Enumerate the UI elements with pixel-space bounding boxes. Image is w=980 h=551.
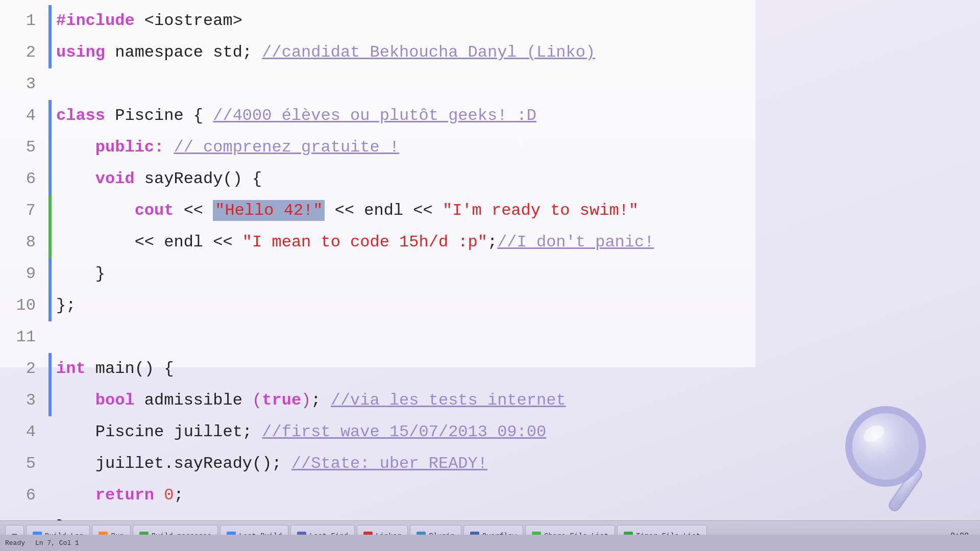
- line-number-6: 6: [0, 163, 46, 195]
- line-content-8: << endl << "I mean to code 15h/d :p";//I…: [46, 227, 755, 258]
- line-content-1: #include <iostream>: [46, 5, 755, 37]
- line-number-4: 4: [0, 100, 46, 132]
- code-line-7: 7 cout << "Hello 42!" << endl << "I'm re…: [0, 195, 755, 227]
- line-content-m3: bool admissible (true); //via les tests …: [46, 385, 755, 416]
- line-number-m4: 4: [0, 416, 46, 448]
- code-line-5: 5 public: // comprenez gratuite !: [0, 132, 755, 163]
- line-bar-2: [48, 37, 52, 68]
- line-number-5: 5: [0, 132, 46, 163]
- line-bar-7: [48, 195, 52, 227]
- code-line-m6: 6 return 0;: [0, 480, 755, 511]
- line-bar-m3: [48, 385, 52, 416]
- line-bar-1: [48, 5, 52, 37]
- line-bar-6: [48, 163, 52, 195]
- line-bar-9: [48, 258, 52, 290]
- line-bar-4: [48, 100, 52, 132]
- line-content-9: }: [46, 258, 755, 290]
- line-number-7: 7: [0, 195, 46, 227]
- line-content-10: };: [46, 290, 755, 321]
- code-line-6: 6 void sayReady() {: [0, 163, 755, 195]
- code-line-m3: 3 bool admissible (true); //via les test…: [0, 385, 755, 416]
- screen: 1 #include <iostream> 2 using namespace …: [0, 0, 980, 551]
- line-content-7: cout << "Hello 42!" << endl << "I'm read…: [46, 195, 755, 227]
- line-number-10: 10: [0, 290, 46, 321]
- decorative-figure: [837, 400, 949, 515]
- line-number-11: 11: [0, 321, 46, 353]
- line-content-m5: juillet.sayReady(); //State: uber READY!: [46, 448, 755, 480]
- line-number-m2: 2: [0, 353, 46, 385]
- line-number-m5: 5: [0, 448, 46, 480]
- line-content-m4: Piscine juillet; //first wave 15/07/2013…: [46, 416, 755, 448]
- code-line-11: 11: [0, 321, 755, 353]
- line-content-m2: int main() {: [46, 353, 755, 385]
- code-line-4: 4 class Piscine { //4000 élèves ou plutô…: [0, 100, 755, 132]
- code-line-m2: 2 int main() {: [0, 353, 755, 385]
- code-line-2: 2 using namespace std; //candidat Bekhou…: [0, 37, 755, 68]
- line-number-m6: 6: [0, 480, 46, 511]
- line-content-5: public: // comprenez gratuite !: [46, 132, 755, 163]
- status-position: Ln 7, Col 1: [35, 539, 79, 547]
- line-number-9: 9: [0, 258, 46, 290]
- status-bar: Ready Ln 7, Col 1: [0, 535, 980, 551]
- code-line-3: 3: [0, 68, 755, 100]
- line-number-m3: 3: [0, 385, 46, 416]
- line-bar-10: [48, 290, 52, 321]
- code-line-1: 1 #include <iostream>: [0, 5, 755, 37]
- line-content-2: using namespace std; //candidat Bekhouch…: [46, 37, 755, 68]
- code-line-8: 8 << endl << "I mean to code 15h/d :p";/…: [0, 227, 755, 258]
- svg-point-2: [852, 413, 919, 480]
- line-number-3: 3: [0, 68, 46, 100]
- status-ready: Ready: [5, 539, 25, 547]
- code-line-10: 10 };: [0, 290, 755, 321]
- line-content-4: class Piscine { //4000 élèves ou plutôt …: [46, 100, 755, 132]
- line-bar-8: [48, 227, 52, 258]
- code-line-m5: 5 juillet.sayReady(); //State: uber READ…: [0, 448, 755, 480]
- line-content-6: void sayReady() {: [46, 163, 755, 195]
- line-number-2: 2: [0, 37, 46, 68]
- line-number-1: 1: [0, 5, 46, 37]
- code-line-m4: 4 Piscine juillet; //first wave 15/07/20…: [0, 416, 755, 448]
- line-content-m6: return 0;: [46, 480, 755, 511]
- line-bar-5: [48, 132, 52, 163]
- code-editor: 1 #include <iostream> 2 using namespace …: [0, 0, 755, 367]
- line-number-8: 8: [0, 227, 46, 258]
- code-line-9: 9 }: [0, 258, 755, 290]
- line-bar-m2: [48, 353, 52, 385]
